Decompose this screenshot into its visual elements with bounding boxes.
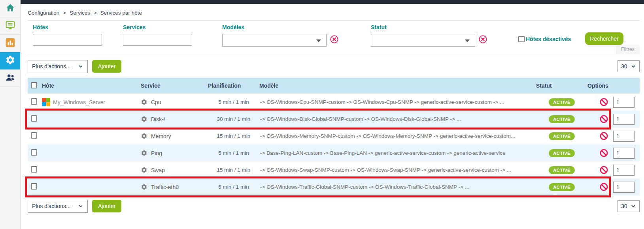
more-actions-label: Plus d'actions... <box>32 63 71 69</box>
filters-caption: Filtres <box>616 45 640 54</box>
row-checkbox[interactable] <box>31 115 37 122</box>
table-row: Swap 15 min / 1 min -> OS-Windows-Swap-S… <box>28 161 640 178</box>
disabled-hosts-label: Hôtes désactivés <box>526 36 571 42</box>
chevron-down-icon <box>78 64 83 69</box>
services-filter-label: Services <box>123 24 192 30</box>
users-icon <box>5 72 15 84</box>
duplicate-count-input[interactable] <box>613 165 635 176</box>
add-button[interactable]: Ajouter <box>92 200 121 212</box>
page-size-select[interactable]: 30 <box>618 200 640 212</box>
header-host: Hôte <box>42 78 141 94</box>
breadcrumb-separator: > <box>63 10 66 16</box>
templates-filter-select[interactable] <box>222 34 327 47</box>
top-bar <box>21 0 644 4</box>
breadcrumb-item-services[interactable]: Services <box>70 10 90 16</box>
gear-icon <box>141 99 147 105</box>
disable-icon[interactable] <box>599 182 608 191</box>
status-badge: ACTIVÉ <box>549 115 575 123</box>
template-chain: -> OS-Windows-Disk-Global-SNMP-custom ->… <box>259 111 536 128</box>
select-all-checkbox[interactable] <box>31 82 37 88</box>
table-header-row: Hôte Service Planification Modèle Statut… <box>28 78 640 94</box>
service-name[interactable]: Traffic-eth0 <box>151 184 179 190</box>
table-row: Memory 15 min / 1 min -> OS-Windows-Memo… <box>28 128 640 145</box>
scheduling-value: 30 min / 1 min <box>208 111 259 128</box>
scheduling-value: 5 min / 1 min <box>208 94 259 111</box>
disable-icon[interactable] <box>599 131 608 141</box>
service-name[interactable]: Ping <box>151 150 162 156</box>
scheduling-value: 5 min / 1 min <box>208 178 259 195</box>
breadcrumb: Configuration > Services > Services par … <box>28 9 640 16</box>
header-service: Service <box>141 78 208 94</box>
page-size-select[interactable]: 30 <box>618 60 640 72</box>
header-scheduling: Planification <box>208 78 259 94</box>
row-checkbox[interactable] <box>31 183 37 190</box>
status-badge: ACTIVÉ <box>549 132 575 140</box>
disable-icon[interactable] <box>599 148 608 158</box>
duplicate-count-input[interactable] <box>613 97 635 108</box>
chevron-down-icon <box>78 203 83 209</box>
disable-icon[interactable] <box>599 98 608 107</box>
template-chain: -> Base-Ping-LAN-custom -> Base-Ping-LAN… <box>259 145 536 161</box>
status-filter-label: Statut <box>371 24 475 30</box>
scheduling-value: 15 min / 1 min <box>208 128 259 145</box>
disable-icon[interactable] <box>599 165 608 175</box>
host-name[interactable]: My_Windows_Server <box>53 99 105 105</box>
status-filter-clear-icon[interactable] <box>478 35 487 44</box>
chevron-down-icon <box>631 203 636 209</box>
service-name[interactable]: Cpu <box>151 99 161 105</box>
more-actions-select[interactable]: Plus d'actions... <box>28 200 88 213</box>
table-row: Disk-/ 30 min / 1 min -> OS-Windows-Disk… <box>28 111 640 128</box>
page-size-value: 30 <box>621 203 627 209</box>
service-name[interactable]: Disk-/ <box>151 116 165 122</box>
gear-icon <box>141 133 147 139</box>
home-icon <box>5 3 15 15</box>
more-actions-select[interactable]: Plus d'actions... <box>28 60 88 73</box>
sidebar-item-users[interactable] <box>0 69 20 87</box>
row-checkbox[interactable] <box>31 149 37 156</box>
status-badge: ACTIVÉ <box>549 149 575 157</box>
template-chain: -> OS-Windows-Memory-SNMP-custom -> OS-W… <box>259 128 536 145</box>
disabled-hosts-checkbox[interactable] <box>518 36 525 42</box>
toolbar-top: Plus d'actions... Ajouter 30 <box>28 60 640 73</box>
sidebar-item-monitor[interactable] <box>0 17 20 35</box>
hosts-filter-input[interactable] <box>33 34 102 46</box>
monitor-list-icon <box>5 20 15 32</box>
disabled-hosts-toggle[interactable]: Hôtes désactivés <box>518 36 571 42</box>
scheduling-value: 15 min / 1 min <box>208 161 259 178</box>
main-content: Configuration > Services > Services par … <box>28 4 640 213</box>
hosts-filter-label: Hôtes <box>33 24 102 30</box>
templates-filter-label: Modèles <box>222 24 327 30</box>
search-button[interactable]: Rechercher <box>585 32 623 45</box>
row-checkbox[interactable] <box>31 98 37 105</box>
service-name[interactable]: Memory <box>151 133 171 139</box>
template-chain: -> OS-Windows-Traffic-Global-SNMP-custom… <box>259 178 536 195</box>
table-row: Ping 5 min / 1 min -> Base-Ping-LAN-cust… <box>28 145 640 161</box>
status-badge: ACTIVÉ <box>549 98 575 106</box>
service-name[interactable]: Swap <box>151 167 165 173</box>
templates-filter-clear-icon[interactable] <box>330 35 339 44</box>
duplicate-count-input[interactable] <box>613 131 635 142</box>
sidebar-item-gear[interactable] <box>0 52 20 69</box>
bar-chart-icon <box>5 38 15 49</box>
duplicate-count-input[interactable] <box>613 148 635 159</box>
row-checkbox[interactable] <box>31 166 37 173</box>
gear-icon <box>5 55 15 67</box>
add-button[interactable]: Ajouter <box>92 60 121 73</box>
sidebar-item-bar-chart[interactable] <box>0 35 20 52</box>
header-status: Statut <box>536 78 587 94</box>
disable-icon[interactable] <box>599 114 608 124</box>
status-badge: ACTIVÉ <box>549 183 575 191</box>
services-table: Hôte Service Planification Modèle Statut… <box>28 78 640 195</box>
row-checkbox[interactable] <box>31 132 37 139</box>
services-filter-input[interactable] <box>123 34 192 46</box>
breadcrumb-separator: > <box>94 10 97 16</box>
header-options: Options <box>587 78 640 94</box>
duplicate-count-input[interactable] <box>613 114 635 125</box>
duplicate-count-input[interactable] <box>613 182 635 193</box>
template-chain: -> OS-Windows-Cpu-SNMP-custom -> OS-Wind… <box>259 94 536 111</box>
breadcrumb-item-configuration[interactable]: Configuration <box>28 10 59 16</box>
gear-icon <box>141 167 147 173</box>
dropdown-arrow-icon <box>465 39 470 42</box>
status-filter-select[interactable] <box>371 34 475 47</box>
sidebar-item-home[interactable] <box>0 0 20 17</box>
